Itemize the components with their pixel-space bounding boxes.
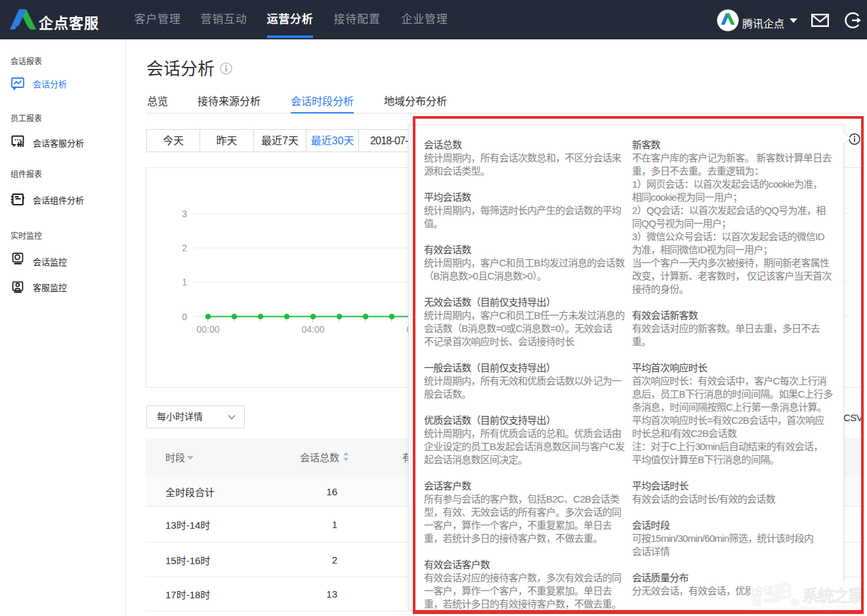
svg-text:3: 3 [182,209,187,219]
svg-text:0: 0 [182,312,187,322]
svg-text:04:00: 04:00 [301,324,324,335]
svg-text:1: 1 [182,277,187,287]
svg-text:2: 2 [182,243,187,253]
svg-text:00:00: 00:00 [196,324,219,335]
